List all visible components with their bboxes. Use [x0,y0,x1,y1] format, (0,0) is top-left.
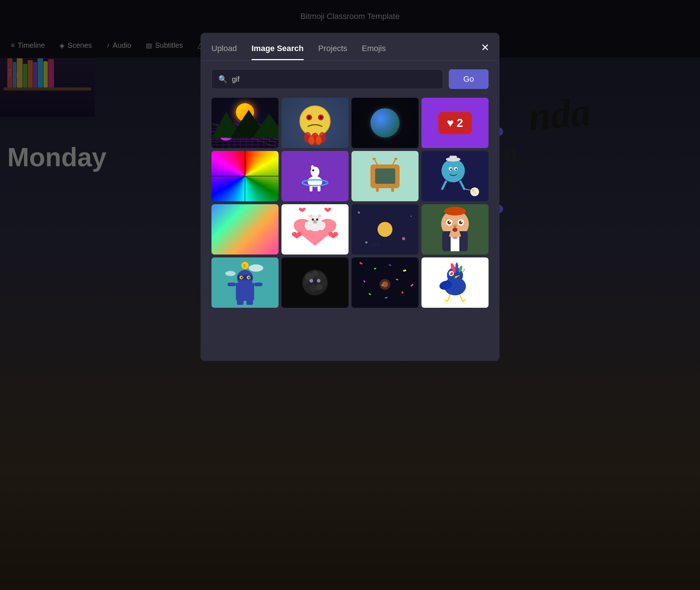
image-item-14[interactable] [281,257,349,308]
svg-text:~ ~: ~ ~ [373,242,380,247]
image-thumb-2 [281,98,349,148]
svg-point-84 [449,221,451,222]
search-input-wrapper[interactable]: 🔍 [211,69,443,89]
search-area: 🔍 Go [201,61,499,98]
svg-point-69 [378,222,393,237]
svg-line-142 [446,301,448,303]
svg-line-141 [444,300,448,301]
image-thumb-14 [281,257,349,308]
svg-line-52 [442,182,446,189]
svg-rect-37 [318,186,320,191]
svg-point-62 [309,215,312,218]
image-item-3[interactable] [351,98,419,148]
image-item-5[interactable] [211,151,279,201]
svg-rect-117 [389,264,391,266]
image-item-16[interactable]: ♪ [421,257,489,308]
svg-rect-51 [450,156,457,160]
heart-notification: ♥ 2 [438,112,472,134]
image-thumb-6 [281,151,349,201]
image-thumb-4: ♥ 2 [421,98,489,148]
svg-point-73 [365,241,368,244]
modal-overlay: Upload Image Search Projects Emojis ✕ 🔍 … [0,0,700,590]
svg-point-127 [382,282,388,287]
image-thumb-1 [211,98,279,148]
image-item-9[interactable] [211,204,279,255]
svg-point-113 [310,279,313,283]
svg-rect-99 [228,283,236,286]
image-item-4[interactable]: ♥ 2 [421,98,489,148]
image-item-11[interactable]: ~ ~ [351,204,419,255]
image-thumb-10 [281,204,349,255]
svg-point-26 [308,116,311,119]
svg-line-144 [462,301,464,303]
heart-count: 2 [457,116,463,130]
svg-point-85 [461,221,462,222]
image-thumb-8 [421,151,489,201]
svg-point-66 [313,220,317,223]
svg-rect-36 [310,186,312,191]
svg-point-48 [450,168,452,170]
svg-line-53 [460,182,464,189]
svg-point-112 [312,271,318,276]
svg-point-57 [475,193,476,194]
svg-point-31 [308,136,314,145]
svg-point-110 [303,280,309,286]
image-thumb-11: ~ ~ [351,204,419,255]
svg-point-86 [453,225,457,228]
image-item-13[interactable]: $ [211,257,279,308]
close-button[interactable]: ✕ [478,40,492,55]
svg-point-49 [455,168,457,170]
image-thumb-7 [351,151,419,201]
image-thumb-3 [351,98,419,148]
svg-rect-124 [385,297,388,299]
svg-point-72 [402,237,405,240]
svg-point-134 [450,272,451,273]
image-thumb-9 [211,204,279,255]
svg-line-140 [460,295,462,301]
image-item-6[interactable] [281,151,349,201]
svg-point-56 [472,189,474,191]
tab-emojis[interactable]: Emojis [362,44,386,60]
svg-text:$: $ [243,263,246,268]
image-item-8[interactable] [421,151,489,201]
svg-point-32 [316,136,322,145]
svg-rect-100 [254,283,262,286]
svg-point-87 [452,228,458,232]
svg-point-98 [248,277,250,279]
tab-image-search[interactable]: Image Search [252,44,304,60]
svg-point-27 [319,116,322,119]
image-item-1[interactable] [211,98,279,148]
go-button[interactable]: Go [449,69,489,89]
image-thumb-15 [351,257,419,308]
svg-text:♪: ♪ [462,267,465,273]
image-item-10[interactable] [281,204,349,255]
svg-point-71 [411,216,412,217]
tv-legs [376,188,394,192]
search-input[interactable] [232,75,436,84]
svg-rect-119 [363,280,366,283]
svg-rect-121 [396,279,398,280]
svg-point-111 [321,280,327,286]
tv-screen [375,168,395,184]
earth-ball [370,108,400,137]
image-grid: ♥ 2 [201,98,499,319]
tab-upload[interactable]: Upload [211,44,237,60]
image-item-12[interactable] [421,204,489,255]
image-item-2[interactable] [281,98,349,148]
svg-point-82 [447,221,451,224]
svg-rect-125 [401,291,404,294]
tab-projects[interactable]: Projects [318,44,347,60]
svg-point-114 [317,279,320,283]
tv-body [370,164,400,188]
svg-rect-123 [369,293,371,295]
svg-point-39 [311,165,314,170]
image-thumb-12 [421,204,489,255]
svg-point-91 [225,271,236,276]
heart-icon: ♥ [447,116,454,130]
image-item-15[interactable] [351,257,419,308]
svg-line-139 [448,295,450,301]
svg-rect-104 [246,299,253,305]
svg-point-90 [249,264,263,272]
svg-point-79 [444,207,466,216]
image-item-7[interactable] [351,151,419,201]
